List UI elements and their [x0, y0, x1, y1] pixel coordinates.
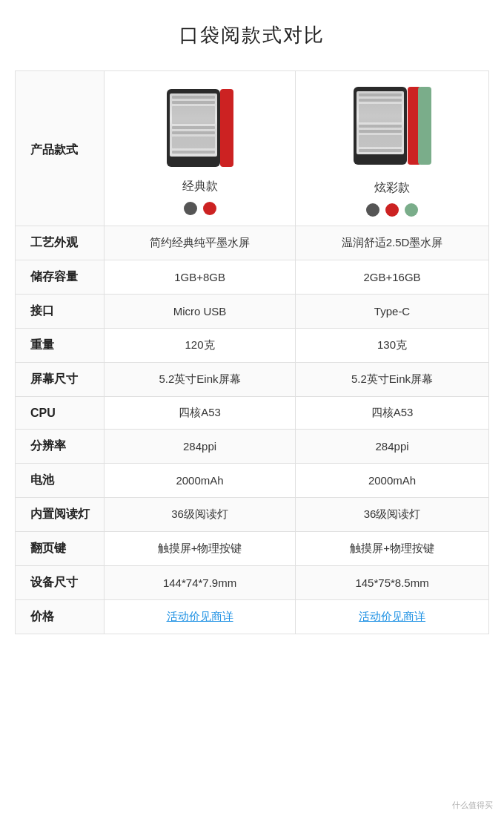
- spec-colorful-value: 284ppi: [296, 430, 489, 464]
- spec-label: 内置阅读灯: [16, 498, 105, 532]
- watermark: 什么值得买: [452, 800, 493, 811]
- colorful-body: [354, 87, 407, 165]
- spec-row: 接口Micro USBType-C: [16, 295, 489, 329]
- colorful-dot-red: [385, 203, 399, 217]
- spec-classic-value: 5.2英寸Eink屏幕: [105, 363, 296, 397]
- spec-colorful-value: 触摸屏+物理按键: [296, 532, 489, 566]
- spec-classic-value: 触摸屏+物理按键: [105, 532, 296, 566]
- classic-dot-red: [203, 202, 216, 215]
- colorful-device-image: [354, 83, 431, 172]
- screen-line-c5: [359, 149, 402, 152]
- spec-colorful-value: 温润舒适2.5D墨水屏: [296, 226, 489, 260]
- spec-row: 工艺外观简约经典纯平墨水屏温润舒适2.5D墨水屏: [16, 226, 489, 260]
- classic-dot-dark: [184, 202, 197, 215]
- header-label-cell: 产品款式: [16, 71, 105, 226]
- product-mode-label: 产品款式: [30, 143, 78, 156]
- screen-line-1: [172, 96, 215, 99]
- colorful-header-cell: 炫彩款: [296, 71, 489, 226]
- colorful-dot-dark: [366, 203, 379, 217]
- screen-line-4: [172, 131, 215, 134]
- screen-line-c3: [359, 125, 402, 128]
- classic-red-cover: [220, 89, 233, 167]
- spec-classic-value: 1GB+8GB: [105, 260, 296, 295]
- spec-classic-value[interactable]: 活动价见商详: [105, 600, 296, 634]
- classic-color-dots: [112, 202, 288, 215]
- colorful-product-name: 炫彩款: [303, 180, 481, 196]
- spec-colorful-value: Type-C: [296, 295, 489, 329]
- spec-colorful-value[interactable]: 活动价见商详: [296, 600, 489, 634]
- spec-label: 重量: [16, 329, 105, 363]
- classic-body: [167, 89, 220, 167]
- screen-img-2: [172, 137, 215, 148]
- classic-device-image: [167, 85, 233, 171]
- spec-label: 储存容量: [16, 260, 105, 295]
- spec-colorful-value: 145*75*8.5mm: [296, 566, 489, 600]
- colorful-price-link[interactable]: 活动价见商详: [359, 610, 425, 622]
- classic-screen-content: [170, 93, 217, 157]
- spec-colorful-value: 36级阅读灯: [296, 498, 489, 532]
- colorful-dot-green: [405, 203, 418, 217]
- spec-label: 价格: [16, 600, 105, 634]
- spec-row: 设备尺寸144*74*7.9mm145*75*8.5mm: [16, 566, 489, 600]
- spec-label: 分辨率: [16, 430, 105, 464]
- spec-label: 工艺外观: [16, 226, 105, 260]
- screen-img-c2: [359, 135, 402, 147]
- screen-line-5: [172, 151, 215, 154]
- screen-img-1: [172, 106, 215, 124]
- spec-classic-value: 284ppi: [105, 430, 296, 464]
- spec-label: 翻页键: [16, 532, 105, 566]
- spec-row: 重量120克130克: [16, 329, 489, 363]
- header-row: 产品款式: [16, 71, 489, 226]
- spec-colorful-value: 四核A53: [296, 397, 489, 430]
- spec-row: 分辨率284ppi284ppi: [16, 430, 489, 464]
- screen-line-c2: [359, 99, 402, 102]
- spec-label: 接口: [16, 295, 105, 329]
- spec-classic-value: Micro USB: [105, 295, 296, 329]
- spec-row: CPU四核A53四核A53: [16, 397, 489, 430]
- spec-row: 价格活动价见商详活动价见商详: [16, 600, 489, 634]
- screen-line-2: [172, 101, 215, 104]
- comparison-table: 产品款式: [15, 70, 489, 634]
- spec-classic-value: 120克: [105, 329, 296, 363]
- spec-colorful-value: 5.2英寸Eink屏幕: [296, 363, 489, 397]
- spec-colorful-value: 2000mAh: [296, 464, 489, 498]
- spec-classic-value: 2000mAh: [105, 464, 296, 498]
- screen-line-3: [172, 126, 215, 129]
- screen-line-c1: [359, 93, 402, 96]
- spec-row: 翻页键触摸屏+物理按键触摸屏+物理按键: [16, 532, 489, 566]
- spec-colorful-value: 130克: [296, 329, 489, 363]
- screen-img-c1: [359, 104, 402, 122]
- spec-label: 电池: [16, 464, 105, 498]
- spec-classic-value: 144*74*7.9mm: [105, 566, 296, 600]
- spec-label: 屏幕尺寸: [16, 363, 105, 397]
- spec-row: 储存容量1GB+8GB2GB+16GB: [16, 260, 489, 295]
- spec-classic-value: 四核A53: [105, 397, 296, 430]
- screen-line-c4: [359, 130, 402, 133]
- spec-row: 屏幕尺寸5.2英寸Eink屏幕5.2英寸Eink屏幕: [16, 363, 489, 397]
- spec-classic-value: 36级阅读灯: [105, 498, 296, 532]
- spec-colorful-value: 2GB+16GB: [296, 260, 489, 295]
- colorful-color-dots: [303, 203, 481, 217]
- colorful-screen-content: [357, 91, 404, 154]
- page-title: 口袋阅款式对比: [179, 22, 325, 48]
- spec-label: 设备尺寸: [16, 566, 105, 600]
- spec-classic-value: 简约经典纯平墨水屏: [105, 226, 296, 260]
- classic-product-name: 经典款: [112, 179, 288, 194]
- classic-header-cell: 经典款: [105, 71, 296, 226]
- classic-screen: [170, 93, 217, 157]
- spec-row: 电池2000mAh2000mAh: [16, 464, 489, 498]
- classic-price-link[interactable]: 活动价见商详: [167, 610, 233, 622]
- colorful-screen: [357, 91, 404, 154]
- colorful-green-cover: [418, 87, 431, 165]
- spec-row: 内置阅读灯36级阅读灯36级阅读灯: [16, 498, 489, 532]
- spec-label: CPU: [16, 397, 105, 430]
